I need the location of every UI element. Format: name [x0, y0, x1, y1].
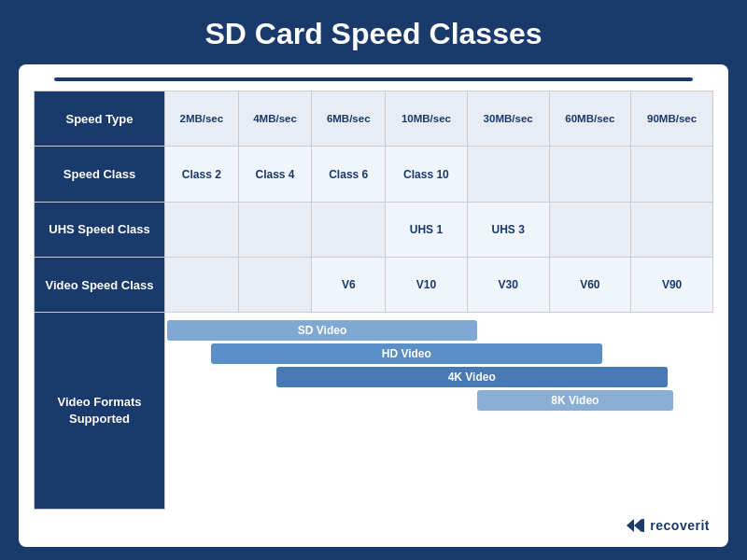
- uhs-empty5: [631, 202, 713, 257]
- main-container: SD Card Speed Classes Speed Type 2MB/sec…: [0, 0, 747, 560]
- page-title: SD Card Speed Classes: [204, 17, 542, 51]
- sc-class4: Class 4: [238, 147, 312, 202]
- sc-empty2: [549, 147, 631, 202]
- speed-class-row: Speed Class Class 2 Class 4 Class 6 Clas…: [35, 147, 713, 202]
- uhs-empty4: [549, 202, 631, 257]
- vsc-v10: V10: [386, 258, 468, 313]
- uhs-3: UHS 3: [467, 202, 549, 257]
- speed-class-label: Speed Class: [35, 147, 165, 202]
- sc-empty3: [631, 147, 713, 202]
- brand-logo: recoverit: [625, 515, 710, 536]
- uhs-speed-class-label: UHS Speed Class: [35, 202, 165, 257]
- svg-marker-1: [634, 519, 641, 532]
- speed-type-row: Speed Type 2MB/sec 4MB/sec 6MB/sec 10MB/…: [35, 91, 713, 147]
- vsc-v30: V30: [467, 258, 549, 313]
- sc-class10: Class 10: [386, 147, 468, 202]
- speed-type-label: Speed Type: [35, 91, 165, 147]
- video-bars-cell: SD Video HD Video 4K Video 8K Video: [165, 313, 713, 510]
- speed-col-10mb: 10MB/sec: [386, 91, 468, 147]
- sc-class2: Class 2: [165, 147, 239, 202]
- vsc-v6: V6: [312, 258, 386, 313]
- uhs-speed-class-row: UHS Speed Class UHS 1 UHS 3: [35, 202, 713, 257]
- uhs-empty3: [312, 202, 386, 257]
- 8k-video-bar: 8K Video: [477, 390, 673, 411]
- speed-col-30mb: 30MB/sec: [467, 91, 549, 147]
- speed-col-90mb: 90MB/sec: [631, 91, 713, 147]
- vsc-v90: V90: [631, 258, 713, 313]
- speed-col-2mb: 2MB/sec: [165, 91, 239, 147]
- svg-marker-0: [627, 519, 634, 532]
- uhs-empty2: [238, 202, 312, 257]
- svg-rect-2: [641, 519, 644, 532]
- recoverit-icon: [625, 515, 645, 536]
- video-speed-class-label: Video Speed Class: [35, 258, 165, 313]
- video-speed-class-row: Video Speed Class V6 V10 V30 V60 V90: [35, 258, 713, 313]
- uhs-empty1: [165, 202, 239, 257]
- top-line-decoration: [54, 77, 693, 81]
- card: Speed Type 2MB/sec 4MB/sec 6MB/sec 10MB/…: [19, 64, 728, 547]
- vsc-empty2: [238, 258, 312, 313]
- hd-video-bar: HD Video: [211, 343, 602, 364]
- table-wrapper: Speed Type 2MB/sec 4MB/sec 6MB/sec 10MB/…: [34, 91, 713, 510]
- video-formats-row: Video Formats Supported SD Video HD Vide…: [35, 313, 713, 510]
- sd-video-bar: SD Video: [167, 320, 477, 341]
- speed-table: Speed Type 2MB/sec 4MB/sec 6MB/sec 10MB/…: [34, 91, 713, 510]
- speed-col-4mb: 4MB/sec: [238, 91, 312, 147]
- 4k-video-bar: 4K Video: [276, 367, 668, 387]
- speed-col-60mb: 60MB/sec: [549, 91, 631, 147]
- footer-row: recoverit: [34, 515, 713, 536]
- vsc-v60: V60: [549, 258, 631, 313]
- speed-col-6mb: 6MB/sec: [312, 91, 386, 147]
- video-formats-label: Video Formats Supported: [35, 313, 165, 510]
- sc-empty1: [467, 147, 549, 202]
- video-bars-wrapper: SD Video HD Video 4K Video 8K Video: [167, 316, 712, 414]
- uhs-1: UHS 1: [386, 202, 468, 257]
- brand-name: recoverit: [650, 518, 710, 533]
- sc-class6: Class 6: [312, 147, 386, 202]
- vsc-empty1: [165, 258, 239, 313]
